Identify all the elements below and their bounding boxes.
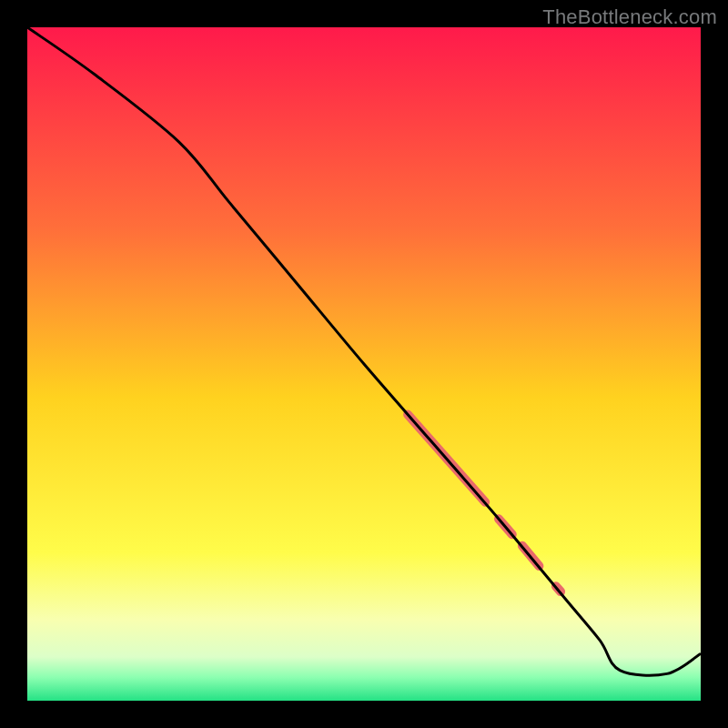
chart-stage: TheBottleneck.com: [0, 0, 728, 728]
plot-area: [27, 27, 701, 701]
chart-svg: [27, 27, 701, 701]
watermark-text: TheBottleneck.com: [542, 5, 717, 29]
